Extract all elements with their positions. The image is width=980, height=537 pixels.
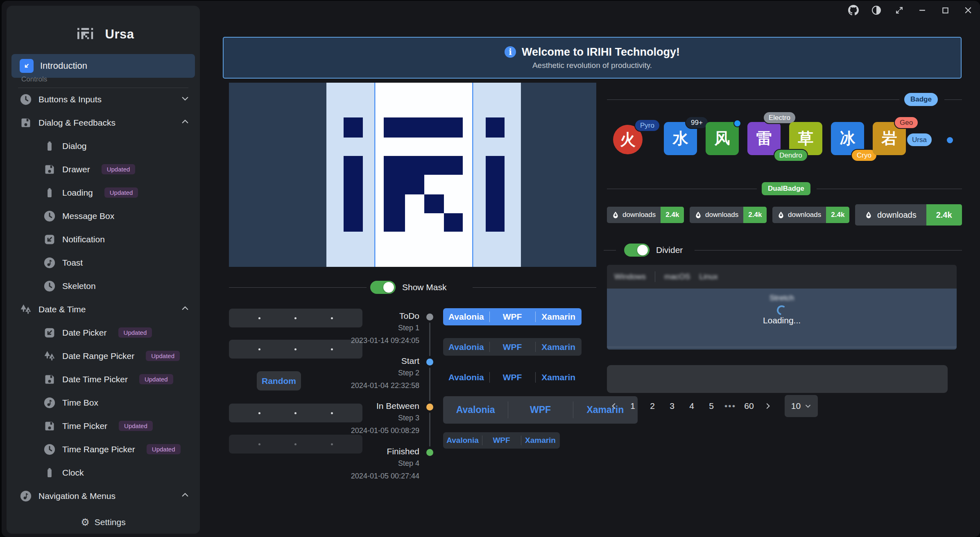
sidebar-item-time-range-picker[interactable]: Time Range PickerUpdated — [7, 438, 200, 461]
sidebar-item-time-box[interactable]: Time Box — [7, 391, 200, 414]
sidebar-item-buttons-inputs[interactable]: Buttons & Inputs — [7, 88, 200, 111]
button-xamarin[interactable]: Xamarin — [535, 338, 582, 356]
clock-icon — [43, 280, 56, 292]
divider-line — [604, 250, 616, 250]
sidebar-item-loading[interactable]: LoadingUpdated — [7, 181, 200, 204]
loading-demo-panel: WindowsmacOSLinux Stretch Loading... — [607, 265, 957, 350]
tab-linux[interactable]: Linux — [699, 272, 717, 281]
timeline-time: 2024-01-05 00:27:44 — [272, 470, 419, 483]
info-icon: i — [505, 46, 516, 58]
sidebar-item-message-box[interactable]: Message Box — [7, 204, 200, 228]
page-button-3[interactable]: 3 — [665, 397, 679, 415]
sidebar-item-introduction[interactable]: Introduction — [11, 54, 195, 78]
page-button-60[interactable]: 60 — [742, 397, 756, 415]
sidebar-item-time-picker[interactable]: Time PickerUpdated — [7, 414, 200, 438]
sidebar-item-dialog[interactable]: Dialog — [7, 134, 200, 158]
button-avalonia[interactable]: Avalonia — [443, 369, 489, 386]
badge-item: 冰Cryo — [831, 122, 864, 155]
github-icon[interactable] — [848, 5, 859, 16]
tab-windows[interactable]: Windows — [614, 272, 646, 281]
sidebar-item-label: Message Box — [62, 211, 114, 221]
timeline-time: 2024-01-04 22:32:58 — [272, 379, 419, 392]
show-mask-toggle[interactable] — [370, 281, 396, 294]
battery-icon — [43, 467, 56, 479]
downloads-count: 2.4k — [926, 204, 962, 226]
sidebar-item-notification[interactable]: Notification — [7, 228, 200, 251]
chevron-up-icon[interactable] — [181, 304, 189, 314]
button-avalonia[interactable]: Avalonia — [443, 308, 489, 325]
sidebar-item-skeleton[interactable]: Skeleton — [7, 274, 200, 298]
page-ellipsis[interactable]: ••• — [724, 401, 736, 411]
button-xamarin[interactable]: Xamarin — [535, 308, 582, 325]
close-icon[interactable] — [963, 5, 973, 16]
sidebar-item-date-picker[interactable]: Date PickerUpdated — [7, 321, 200, 344]
page-next-button[interactable] — [762, 397, 774, 415]
sidebar-item-drawer[interactable]: DrawerUpdated — [7, 158, 200, 181]
chevron-up-icon[interactable] — [181, 491, 189, 501]
button-wpf[interactable]: WPF — [489, 308, 536, 325]
battery-icon — [43, 140, 56, 152]
button-avalonia[interactable]: Avalonia — [443, 396, 508, 424]
button-wpf[interactable]: WPF — [508, 396, 573, 424]
page-button-2[interactable]: 2 — [645, 397, 659, 415]
downloads-label: downloads — [772, 207, 826, 223]
sidebar: Ursa Introduction Controls Buttons & Inp… — [7, 6, 200, 534]
sidebar-item-label: Date Range Picker — [62, 351, 134, 361]
sidebar-item-label: Skeleton — [62, 281, 96, 291]
chevron-up-icon[interactable] — [181, 117, 189, 128]
button-xamarin[interactable]: Xamarin — [521, 432, 560, 449]
button-group-dark: AvaloniaWPFXamarin — [443, 338, 582, 356]
arrow-square-icon — [43, 233, 56, 246]
maximize-icon[interactable] — [940, 5, 951, 16]
page-button-5[interactable]: 5 — [704, 397, 718, 415]
button-xamarin[interactable]: Xamarin — [535, 369, 582, 386]
divider-line — [607, 99, 899, 100]
floppy-icon — [43, 373, 56, 386]
note-icon — [43, 257, 56, 269]
sidebar-item-toast[interactable]: Toast — [7, 251, 200, 274]
divider-toggle[interactable] — [624, 244, 650, 257]
controls-section-label: Controls — [21, 75, 47, 83]
minimize-icon[interactable] — [917, 5, 928, 16]
button-avalonia[interactable]: Avalonia — [443, 338, 489, 356]
page-button-1[interactable]: 1 — [626, 397, 640, 415]
expand-icon[interactable] — [894, 5, 905, 16]
theme-toggle-icon[interactable] — [871, 5, 882, 16]
empty-input[interactable] — [607, 365, 948, 393]
settings-button[interactable]: ⚙ Settings — [7, 511, 200, 534]
timeline-connector — [429, 323, 430, 356]
download-icon — [695, 211, 702, 219]
divider-demo-label: Divider — [656, 245, 683, 255]
irihi-logo-mask-demo — [229, 83, 596, 267]
download-icon — [865, 211, 872, 219]
page-prev-button[interactable] — [608, 397, 620, 415]
updated-badge: Updated — [102, 164, 136, 174]
sidebar-item-date-time-picker[interactable]: Date Time PickerUpdated — [7, 368, 200, 391]
sidebar-item-navigation-menus[interactable]: Navigation & Menus — [7, 484, 200, 508]
ursa-pill: Ursa — [907, 133, 932, 146]
divider-line — [607, 189, 757, 189]
timeline-step: Step 2 — [272, 367, 419, 379]
note-icon — [20, 490, 32, 502]
downloads-badge: downloads2.4k — [772, 207, 849, 223]
page-button-4[interactable]: 4 — [685, 397, 699, 415]
button-wpf[interactable]: WPF — [489, 338, 536, 356]
sidebar-item-dialog-feedbacks[interactable]: Dialog & Feedbacks — [7, 111, 200, 134]
timeline-connector — [429, 413, 430, 447]
button-wpf[interactable]: WPF — [482, 432, 521, 449]
button-wpf[interactable]: WPF — [489, 369, 536, 386]
sidebar-item-date-range-picker[interactable]: Date Range PickerUpdated — [7, 344, 200, 368]
downloads-label: downloads — [690, 207, 743, 223]
chevron-down-icon[interactable] — [181, 94, 189, 104]
badge-pill-geo: Geo — [894, 116, 919, 129]
sidebar-item-clock[interactable]: Clock — [7, 461, 200, 484]
settings-label: Settings — [95, 517, 126, 527]
page-size-select[interactable]: 10 — [785, 395, 818, 417]
badge-item: 岩Geo — [873, 122, 906, 155]
button-avalonia[interactable]: Avalonia — [443, 432, 482, 449]
sidebar-item-date-time[interactable]: Date & Time — [7, 298, 200, 321]
tab-macos[interactable]: macOS — [664, 272, 690, 281]
badge-item: 水99+ — [664, 122, 697, 155]
welcome-banner: i Welcome to IRIHI Technology! Aesthetic… — [223, 37, 962, 79]
badge-pill-dendro: Dendro — [774, 149, 808, 162]
